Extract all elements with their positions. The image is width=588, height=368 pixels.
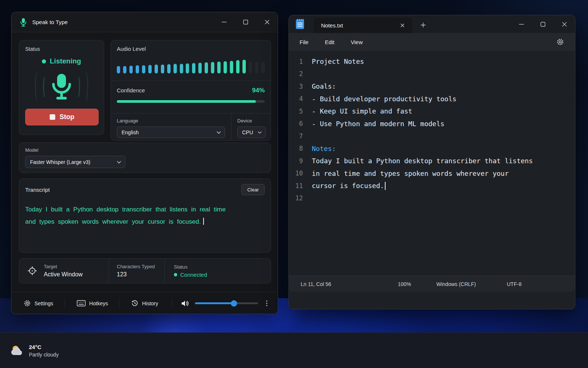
text-cursor [203, 218, 204, 225]
settings-gear-icon[interactable] [556, 38, 564, 46]
settings-button[interactable]: Settings [24, 300, 53, 307]
target-icon [27, 265, 38, 276]
audio-level-bar [123, 66, 126, 73]
editor-line: 9Today I built a Python desktop transcri… [289, 155, 575, 167]
volume-slider[interactable] [195, 302, 258, 304]
clear-button[interactable]: Clear [241, 184, 265, 195]
editor-line: 5- Keep UI simple and fast [289, 105, 575, 118]
audio-level-bar [255, 62, 258, 73]
model-panel: Model Faster Whisper (Large v3) [19, 142, 271, 173]
encoding[interactable]: UTF-8 [507, 281, 522, 287]
more-options-button[interactable] [266, 300, 267, 306]
cursor-position: Ln 11, Col 56 [301, 281, 398, 287]
transcript-label: Transcript [25, 187, 50, 193]
chevron-down-icon [117, 161, 121, 164]
device-select[interactable]: CPU [237, 126, 266, 138]
history-button[interactable]: History [131, 300, 158, 307]
editor-line: 6- Use Python and modern ML models [289, 118, 575, 130]
zoom-level[interactable]: 100% [398, 281, 436, 287]
audio-level-bar [129, 66, 133, 73]
audio-level-bar [198, 63, 202, 73]
volume-fill [195, 302, 234, 304]
speak-window-title: Speak to Type [32, 19, 68, 25]
editor-line: 11cursor is focused. [289, 180, 575, 192]
partly-cloudy-icon [10, 344, 24, 357]
audio-level-bar [249, 62, 252, 73]
hotkeys-button[interactable]: Hotkeys [77, 300, 108, 306]
close-button[interactable] [256, 12, 278, 32]
line-ending[interactable]: Windows (CRLF) [436, 281, 507, 287]
status-label: Status [25, 46, 98, 52]
tab-close-icon[interactable] [397, 20, 407, 30]
minimize-button[interactable] [213, 12, 235, 32]
weather-temp: 24°C [29, 344, 59, 350]
history-clock-icon [131, 300, 138, 307]
characters-typed-value: 123 [117, 271, 164, 278]
divider [65, 298, 65, 309]
text-cursor [385, 182, 386, 190]
confidence-value: 94% [252, 87, 265, 94]
maximize-button[interactable] [235, 12, 256, 32]
status-panel: Status Listening Stop [19, 40, 104, 135]
speaker-icon[interactable] [181, 300, 190, 307]
notepad-tabbar: Notes.txt [289, 15, 575, 33]
language-select[interactable]: English [117, 126, 225, 138]
speak-footer-toolbar: Settings Hotkeys History [11, 292, 278, 315]
speak-to-type-window: Speak to Type Status Listening Stop [11, 12, 278, 314]
audio-level-bar [161, 65, 164, 73]
stats-panel: Target Active Window Characters Typed 12… [19, 258, 271, 283]
notes-heading: Notes: [312, 145, 336, 152]
close-button[interactable] [554, 15, 575, 33]
audio-level-bar [236, 60, 240, 73]
new-tab-button[interactable] [417, 19, 429, 31]
notepad-editor[interactable]: 1Project Notes 2 3Goals: 4- Build develo… [289, 51, 575, 276]
listening-status: Listening [50, 57, 81, 65]
audio-level-bar [167, 64, 171, 73]
microphone-big-icon [50, 72, 73, 101]
language-label: Language [117, 118, 225, 124]
divider [172, 298, 172, 309]
audio-level-bar [155, 65, 158, 73]
stop-button[interactable]: Stop [25, 109, 99, 125]
listening-dot [42, 59, 46, 63]
audio-level-bar [186, 63, 189, 73]
speak-titlebar: Speak to Type [11, 12, 278, 32]
menu-view[interactable]: View [351, 39, 363, 45]
model-select[interactable]: Faster Whisper (Large v3) [25, 156, 125, 168]
sound-wave-arc [35, 70, 42, 103]
microphone-icon [20, 18, 27, 27]
menu-edit[interactable]: Edit [325, 39, 334, 45]
model-label: Model [25, 147, 265, 153]
editor-line: 7 [289, 130, 575, 142]
stop-icon [50, 114, 55, 120]
audio-level-bar [217, 62, 221, 73]
editor-line: 3Goals: [289, 80, 575, 93]
microphone-graphic [25, 67, 98, 107]
editor-line: 8Notes: [289, 142, 575, 155]
chevron-down-icon [258, 131, 262, 134]
divider [119, 298, 119, 309]
maximize-button[interactable] [532, 15, 554, 33]
confidence-progressbar [117, 100, 265, 103]
target-label: Target [44, 264, 83, 269]
audio-level-label: Audio Level [117, 46, 265, 52]
characters-typed-label: Characters Typed [117, 264, 164, 269]
sound-wave-arc [43, 75, 48, 99]
transcript-panel: Transcript Clear Today I built a Python … [19, 178, 271, 253]
volume-thumb[interactable] [231, 300, 237, 306]
gear-icon [24, 300, 31, 307]
editor-line: 2 [289, 68, 575, 80]
tab-notes-txt[interactable]: Notes.txt [314, 17, 412, 33]
audio-level-bar [180, 64, 183, 73]
audio-level-bar [261, 62, 265, 73]
audio-level-bar [242, 60, 246, 73]
connected-dot [174, 273, 177, 276]
minimize-button[interactable] [511, 15, 532, 33]
confidence-label: Confidence [117, 87, 145, 93]
audio-level-bar [142, 65, 145, 73]
audio-level-bar [211, 62, 214, 73]
audio-level-bar [174, 64, 177, 73]
menu-file[interactable]: File [300, 39, 308, 45]
weather-widget[interactable]: 24°C Partly cloudy [10, 333, 59, 368]
editor-line: 12 [289, 192, 575, 205]
